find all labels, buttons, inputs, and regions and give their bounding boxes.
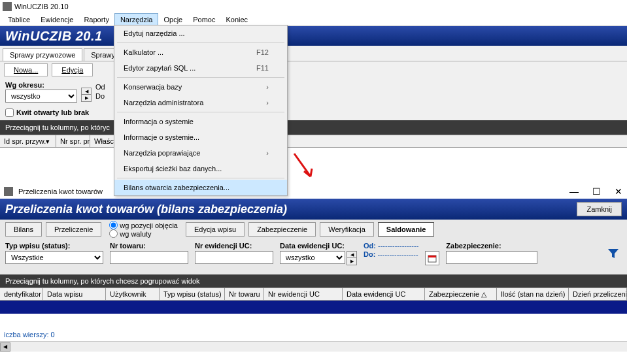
- col-typ-wpisu[interactable]: Typ wpisu (status): [160, 288, 225, 300]
- dd-sep: [117, 112, 284, 112]
- col-dzien-przeliczenia[interactable]: Dzień przeliczeni...: [569, 288, 627, 300]
- dd-bilans-otwarcia[interactable]: Bilans otwarcia zabezpieczenia...: [114, 180, 287, 195]
- minimize-icon[interactable]: —: [569, 187, 579, 196]
- nowa-button[interactable]: Nowa...: [4, 63, 48, 76]
- spin-right-icon[interactable]: ▶: [82, 95, 91, 101]
- dd-konserwacja[interactable]: Konserwacja bazy›: [114, 79, 287, 95]
- col-id-spr[interactable]: Id spr. przyw.▾: [0, 135, 56, 147]
- calendar-icon[interactable]: [425, 251, 439, 265]
- status-row: iczba wierszy: 0: [0, 329, 627, 341]
- bilans-button[interactable]: Bilans: [5, 222, 42, 237]
- dd-sep: [117, 77, 284, 78]
- dd-narzedzia-admin[interactable]: Narzędzia administratora›: [114, 95, 287, 110]
- zabezpieczenie-button[interactable]: Zabezpieczenie: [248, 222, 316, 237]
- col-nr-spr[interactable]: Nr spr. pr: [56, 135, 90, 147]
- grid-empty-row: [0, 301, 627, 314]
- col-headers2: dentyfikator Data wpisu Użytkownik Typ w…: [0, 288, 627, 301]
- spacer: [0, 268, 627, 274]
- nr-ewidencji-label: Nr ewidencji UC:: [195, 242, 273, 250]
- col-nr-ewidencji[interactable]: Nr ewidencji UC: [264, 288, 343, 300]
- chevron-right-icon: ›: [266, 149, 269, 157]
- menubar: Tablice Ewidencje Raporty Narzędzia Opcj…: [0, 13, 627, 26]
- spin-right-icon[interactable]: ▶: [347, 258, 356, 265]
- arrow-annotation: [291, 150, 317, 183]
- menu-pomoc[interactable]: Pomoc: [188, 14, 220, 25]
- data-ewidencji-select[interactable]: wszystko: [280, 251, 345, 264]
- menu-opcje[interactable]: Opcje: [158, 14, 188, 25]
- zamknij-button[interactable]: Zamknij: [577, 202, 622, 216]
- saldowanie-button[interactable]: Saldowanie: [378, 222, 435, 237]
- kwit-label: Kwit otwarty lub brak: [16, 108, 89, 116]
- checkbox-row: Kwit otwarty lub brak: [0, 105, 627, 120]
- dd-poprawiajace[interactable]: Narzędzia poprawiające›: [114, 145, 287, 161]
- filter-row1: Wg okresu: wszystko ◀ ▶ Od Do: [0, 78, 627, 105]
- group-bar2[interactable]: Przeciągnij tu kolumny, po których chces…: [0, 274, 627, 288]
- do-label2: Do:: [364, 250, 375, 258]
- kwit-checkbox[interactable]: [5, 108, 14, 117]
- maximize-icon[interactable]: ☐: [592, 187, 601, 196]
- svg-rect-1: [428, 256, 436, 257]
- col-wlasci[interactable]: Właści: [90, 135, 116, 147]
- menu-raporty[interactable]: Raporty: [78, 14, 114, 25]
- scroll-track[interactable]: [10, 342, 627, 352]
- tabs-row: Sprawy przywozowe Sprawy: [0, 46, 627, 61]
- dd-kalkulator[interactable]: Kalkulator ...F12: [114, 44, 287, 60]
- app-icon: [3, 2, 12, 11]
- menu-ewidencje[interactable]: Ewidencje: [35, 14, 78, 25]
- nr-ewidencji-input[interactable]: [195, 251, 273, 264]
- radio-wg-waluty[interactable]: [109, 229, 118, 238]
- filter-row2: Typ wpisu (status): Wszystkie Nr towaru:…: [0, 239, 627, 268]
- od-label2: Od:: [364, 242, 376, 250]
- dd-info-systemie[interactable]: Informacja o systemie: [114, 114, 287, 129]
- titlebar: WinUCZIB 20.10: [0, 0, 627, 13]
- toolbar2: Bilans Przeliczenie wg pozycji objęcia w…: [0, 220, 627, 239]
- col-zabezpieczenie[interactable]: Zabezpieczenie △: [425, 288, 497, 300]
- menu-tablice[interactable]: Tablice: [3, 14, 35, 25]
- wg-okresu-select[interactable]: wszystko: [5, 90, 77, 103]
- edycja-button[interactable]: Edycja: [52, 63, 93, 76]
- col-uzytkownik[interactable]: Użytkownik: [106, 288, 160, 300]
- do-label: Do: [95, 92, 105, 100]
- radio-wg-pozycji[interactable]: [109, 221, 118, 229]
- chevron-right-icon: ›: [266, 99, 269, 107]
- edycja-wpisu-button[interactable]: Edycja wpisu: [186, 222, 245, 237]
- do-value: -----------------: [377, 250, 418, 258]
- zabezpieczenie-input[interactable]: [446, 251, 537, 264]
- radio-group: wg pozycji objęcia wg waluty: [105, 221, 182, 238]
- win2-title: Przeliczenia kwot towarów: [18, 188, 103, 195]
- col-identyfikator[interactable]: dentyfikator: [0, 288, 43, 300]
- dd-edytor-sql[interactable]: Edytor zapytań SQL ...F11: [114, 60, 287, 76]
- nr-ewidencji-field: Nr ewidencji UC:: [195, 242, 273, 264]
- dd-informacje-systemie[interactable]: Informacje o systemie...: [114, 129, 287, 145]
- horizontal-scrollbar[interactable]: ◀: [0, 341, 627, 352]
- data-ewidencji-label: Data ewidencji UC:: [280, 242, 357, 250]
- spin-buttons: ◀ ▶: [81, 88, 92, 102]
- dd-sep: [117, 178, 284, 178]
- toolbar1: Nowa... Edycja: [0, 61, 627, 78]
- col-data-wpisu[interactable]: Data wpisu: [43, 288, 106, 300]
- window-przeliczenia: Przeliczenia kwot towarów — ☐ ✕ Przelicz…: [0, 184, 627, 352]
- col-data-ewidencji[interactable]: Data ewidencji UC: [343, 288, 425, 300]
- menu-narzedzia[interactable]: Narzędzia: [114, 13, 159, 26]
- spin-buttons2: ◀ ▶: [347, 251, 357, 265]
- close-icon[interactable]: ✕: [614, 187, 623, 196]
- menu-koniec[interactable]: Koniec: [220, 14, 253, 25]
- title-text: WinUCZIB 20.10: [14, 3, 69, 10]
- dd-sep: [117, 42, 284, 43]
- col-nr-towaru[interactable]: Nr towaru: [225, 288, 264, 300]
- przeliczenie-button[interactable]: Przeliczenie: [46, 222, 101, 237]
- weryfikacja-button[interactable]: Weryfikacja: [320, 222, 374, 237]
- filter-icon[interactable]: [605, 245, 622, 262]
- group-bar1[interactable]: Przeciągnij tu kolumny, po któryc: [0, 120, 627, 135]
- typ-wpisu-select[interactable]: Wszystkie: [5, 251, 103, 264]
- spin-left-icon[interactable]: ◀: [82, 88, 91, 95]
- banner: WinUCZIB 20.1: [0, 26, 627, 46]
- nr-towaru-input[interactable]: [110, 251, 188, 264]
- tab-sprawy-przywozowe[interactable]: Sprawy przywozowe: [3, 48, 82, 61]
- dd-edytuj-narzedzia[interactable]: Edytuj narzędzia ...: [114, 25, 287, 41]
- spin-left-icon[interactable]: ◀: [347, 252, 356, 258]
- col-ilosc[interactable]: Ilość (stan na dzień): [497, 288, 569, 300]
- od-value: -----------------: [378, 242, 418, 250]
- scroll-left-icon[interactable]: ◀: [0, 342, 10, 352]
- dd-eksportuj[interactable]: Eksportuj ścieżki baz danych...: [114, 161, 287, 176]
